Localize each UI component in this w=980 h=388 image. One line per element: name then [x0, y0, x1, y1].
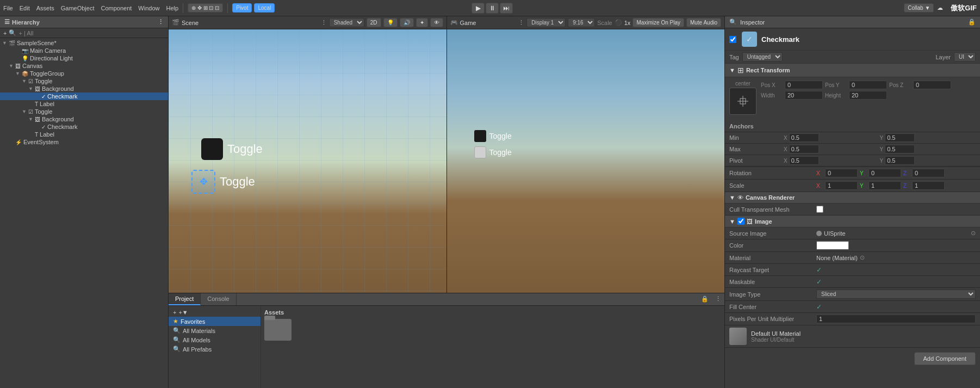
scene-fx-btn[interactable]: ✦ [416, 18, 428, 27]
layer-select[interactable]: UI [954, 52, 976, 61]
canvas-renderer-header[interactable]: ▼ 👁 Canvas Renderer [725, 192, 980, 204]
game-menu-dots[interactable]: ⋮ [518, 19, 524, 26]
rot-z-input[interactable] [912, 169, 945, 177]
tree-item-main-camera[interactable]: 📷 Main Camera [0, 47, 168, 54]
anchors-min-y-input[interactable] [885, 133, 915, 142]
tab-console[interactable]: Console [201, 293, 236, 305]
asset-folder-item[interactable] [264, 319, 291, 341]
local-button[interactable]: Local [254, 3, 275, 13]
pixels-input[interactable] [816, 315, 976, 323]
menu-file[interactable]: File [3, 5, 13, 11]
anchors-max-y-input[interactable] [885, 145, 915, 153]
shading-select[interactable]: Shaded [329, 18, 364, 27]
anchors-min-y-label: Y [880, 135, 884, 141]
pause-button[interactable]: ⏸ [486, 3, 499, 14]
project-all-prefabs[interactable]: 🔍 All Prefabs [169, 344, 260, 354]
scene-light-btn[interactable]: 💡 [383, 18, 398, 27]
menu-component[interactable]: Component [101, 5, 132, 11]
posx-input[interactable] [785, 81, 823, 89]
tree-item-eventsystem[interactable]: ⚡ EventSystem [0, 138, 168, 146]
posy-input[interactable] [849, 81, 887, 89]
tree-item-label2[interactable]: T Label [0, 131, 168, 138]
pivot-x-input[interactable] [789, 156, 819, 165]
height-input[interactable] [849, 91, 887, 100]
tree-item-canvas[interactable]: ▼ 🖼 Canvas [0, 62, 168, 70]
source-select-icon[interactable]: ⊙ [971, 230, 976, 237]
menu-edit[interactable]: Edit [20, 5, 30, 11]
tree-item-toggle1[interactable]: ▼ ☑ Toggle [0, 77, 168, 85]
scale-x-input[interactable] [825, 181, 858, 190]
pivot-button[interactable]: Pivot [232, 3, 252, 13]
menu-window[interactable]: Window [138, 5, 159, 11]
favorites-star-icon: ★ [173, 318, 178, 325]
posz-input[interactable] [913, 81, 951, 89]
image-header[interactable]: ▼ 🖼 Image [725, 215, 980, 227]
go-name: Checkmark [761, 35, 799, 44]
inspector-lock-icon[interactable]: 🔒 [968, 19, 976, 26]
project-add-btn[interactable]: + +▼ [169, 308, 260, 317]
display-select[interactable]: Display 1 [526, 18, 566, 27]
tree-item-togglegroup[interactable]: ▼ 📦 ToggleGroup [0, 70, 168, 77]
scene-audio-btn[interactable]: 🔊 [400, 18, 414, 27]
all-materials-label: All Materials [183, 328, 215, 334]
color-swatch[interactable] [816, 241, 849, 250]
cull-checkbox[interactable] [816, 206, 823, 213]
scale-y-input[interactable] [869, 181, 901, 190]
rt-anchor-icon[interactable] [729, 88, 756, 115]
anchors-min-x-input[interactable] [789, 133, 819, 142]
mat-select-icon[interactable]: ⊙ [860, 254, 865, 261]
maximize-play-button[interactable]: Maximize On Play [632, 18, 684, 27]
add-icon[interactable]: + [3, 30, 7, 36]
anchors-max-label: Max [729, 146, 784, 152]
tree-item-checkmark1[interactable]: ✓ Checkmark [0, 93, 168, 100]
project-menu-icon[interactable]: ⋮ [712, 293, 724, 305]
anchors-max-x-input[interactable] [789, 145, 819, 153]
scene-viewport[interactable]: Toggle ✥ Toggle [169, 29, 446, 293]
tree-item-label1[interactable]: T Label [0, 100, 168, 108]
width-input[interactable] [785, 91, 823, 100]
game-viewport[interactable]: Toggle Toggle [447, 29, 725, 293]
rect-transform-header[interactable]: ▼ ⊞ Rect Transform [725, 64, 980, 77]
tab-project[interactable]: Project [169, 293, 201, 305]
pivot-y-input[interactable] [885, 156, 915, 165]
tree-item-bg2[interactable]: ▼ 🖼 Background [0, 115, 168, 123]
imagetype-select[interactable]: Sliced [816, 290, 976, 299]
lbl1-icon: T [35, 101, 38, 107]
rot-x-input[interactable] [825, 169, 858, 177]
tree-item-dir-light[interactable]: 💡 Directional Light [0, 54, 168, 62]
tree-item-bg1[interactable]: ▼ 🖼 Background [0, 85, 168, 93]
transform-tools[interactable]: ⊕ ✥ ⊞ ⊡ ⊡ [188, 3, 223, 13]
hierarchy-menu-icon[interactable]: ⋮ [158, 19, 164, 26]
collab-button[interactable]: Collab ▼ [904, 3, 934, 13]
toggle1-icon: ☑ [28, 78, 33, 84]
tree-item-toggle2[interactable]: ▼ ☑ Toggle [0, 108, 168, 115]
img-enabled-checkbox[interactable] [737, 218, 745, 225]
scene-hide-btn[interactable]: 👁 [430, 18, 443, 27]
tree-item-checkmark2[interactable]: ✓ Checkmark [0, 123, 168, 131]
add-component-button[interactable]: Add Component [914, 352, 976, 365]
tag-select[interactable]: Untagged [742, 52, 783, 61]
cull-value [816, 206, 976, 213]
label1-label: Label [40, 101, 54, 107]
project-all-materials[interactable]: 🔍 All Materials [169, 326, 260, 335]
toggle2-selected-box[interactable]: ✥ [191, 170, 215, 194]
go-active-checkbox[interactable] [729, 36, 736, 43]
2d-button[interactable]: 2D [367, 18, 381, 27]
tree-item-scene[interactable]: ▼ 🎬 SampleScene* [0, 39, 168, 47]
play-button[interactable]: ▶ [472, 3, 485, 14]
lbl2-icon: T [35, 132, 38, 138]
game-scale-icon: ⚫ [615, 19, 622, 26]
step-button[interactable]: ⏭ [500, 3, 513, 14]
project-all-models[interactable]: 🔍 All Models [169, 335, 260, 344]
rot-y-input[interactable] [869, 169, 901, 177]
menu-assets[interactable]: Assets [36, 5, 54, 11]
menu-gameobject[interactable]: GameObject [61, 5, 95, 11]
aspect-select[interactable]: 9:16 [568, 18, 595, 27]
menu-help[interactable]: Help [166, 5, 178, 11]
scene-menu-dots[interactable]: ⋮ [321, 19, 327, 26]
project-favorites[interactable]: ★ Favorites [169, 317, 260, 326]
project-lock-icon[interactable]: 🔒 [698, 293, 712, 305]
all-prefabs-label: All Prefabs [183, 346, 212, 353]
scale-z-input[interactable] [912, 181, 945, 190]
mute-audio-button[interactable]: Mute Audio [686, 18, 721, 27]
